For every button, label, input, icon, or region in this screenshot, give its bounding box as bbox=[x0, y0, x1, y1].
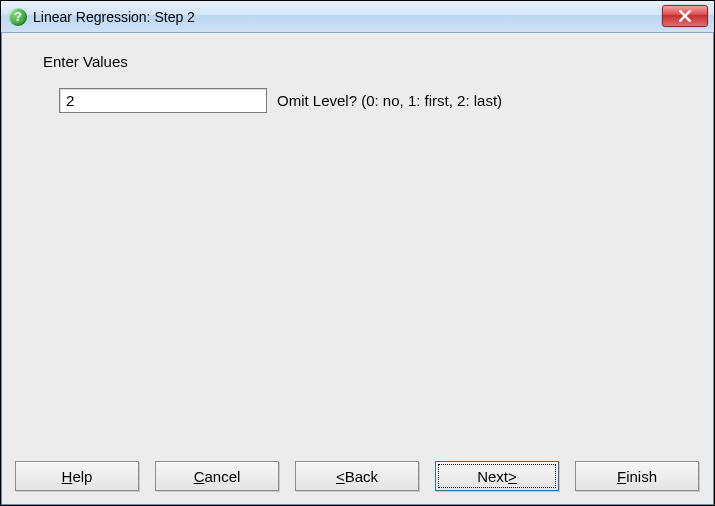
close-button[interactable] bbox=[662, 5, 708, 27]
finish-button[interactable]: Finish bbox=[575, 461, 699, 491]
content-area: Enter Values Omit Level? (0: no, 1: firs… bbox=[1, 33, 714, 455]
next-button[interactable]: Next > bbox=[435, 461, 559, 491]
help-icon: ? bbox=[9, 8, 27, 26]
omit-level-input[interactable] bbox=[59, 88, 267, 113]
omit-level-label: Omit Level? (0: no, 1: first, 2: last) bbox=[277, 92, 502, 109]
field-row: Omit Level? (0: no, 1: first, 2: last) bbox=[59, 88, 678, 113]
window-title: Linear Regression: Step 2 bbox=[33, 9, 195, 25]
section-heading: Enter Values bbox=[43, 53, 678, 70]
help-button[interactable]: Help bbox=[15, 461, 139, 491]
cancel-button[interactable]: Cancel bbox=[155, 461, 279, 491]
close-icon bbox=[679, 10, 691, 22]
back-button[interactable]: < Back bbox=[295, 461, 419, 491]
button-bar: Help Cancel < Back Next > Finish bbox=[1, 455, 714, 505]
titlebar: ? Linear Regression: Step 2 bbox=[1, 1, 714, 33]
dialog-window: ? Linear Regression: Step 2 Enter Values… bbox=[0, 0, 715, 506]
